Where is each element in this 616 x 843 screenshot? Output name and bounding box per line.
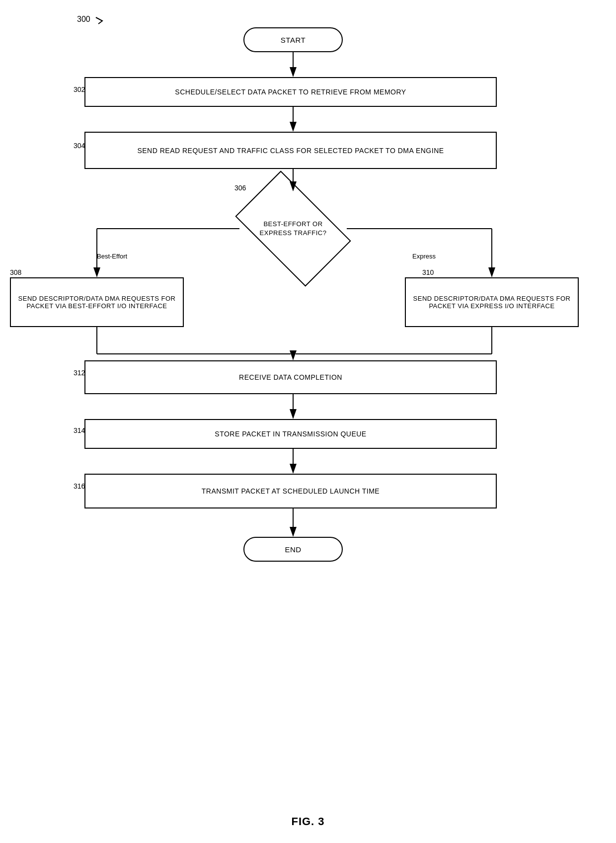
diagram-reference: 300 xyxy=(77,15,108,25)
end-node: END xyxy=(243,537,343,562)
figure-caption: FIG. 3 xyxy=(291,815,324,828)
connectors-svg xyxy=(0,0,616,805)
ref-312: 312 xyxy=(74,369,85,377)
ref-302: 302 xyxy=(74,85,85,93)
best-effort-label: Best-Effort xyxy=(97,253,127,260)
express-label: Express xyxy=(412,253,436,260)
ref-304: 304 xyxy=(74,142,85,150)
step-310-box: SEND DESCRIPTOR/DATA DMA REQUESTS FOR PA… xyxy=(405,277,579,327)
start-node: START xyxy=(243,27,343,52)
ref-316: 316 xyxy=(74,482,85,490)
step-312-box: RECEIVE DATA COMPLETION xyxy=(84,360,497,394)
step-316-box: TRANSMIT PACKET AT SCHEDULED LAUNCH TIME xyxy=(84,474,497,508)
step-304-box: SEND READ REQUEST AND TRAFFIC CLASS FOR … xyxy=(84,132,497,169)
diamond-306: BEST-EFFORT OR EXPRESS TRAFFIC? xyxy=(238,191,348,266)
ref-306: 306 xyxy=(234,184,246,192)
ref-310: 310 xyxy=(422,268,434,276)
ref-314: 314 xyxy=(74,426,85,434)
step-302-box: SCHEDULE/SELECT DATA PACKET TO RETRIEVE … xyxy=(84,77,497,107)
flowchart-diagram: 300 START 302 SCHEDULE/SELECT DATA PACKE… xyxy=(0,0,616,805)
step-308-box: SEND DESCRIPTOR/DATA DMA REQUESTS FOR PA… xyxy=(10,277,184,327)
ref-308: 308 xyxy=(10,268,21,276)
diamond-label: BEST-EFFORT OR EXPRESS TRAFFIC? xyxy=(253,220,333,238)
step-314-box: STORE PACKET IN TRANSMISSION QUEUE xyxy=(84,419,497,449)
